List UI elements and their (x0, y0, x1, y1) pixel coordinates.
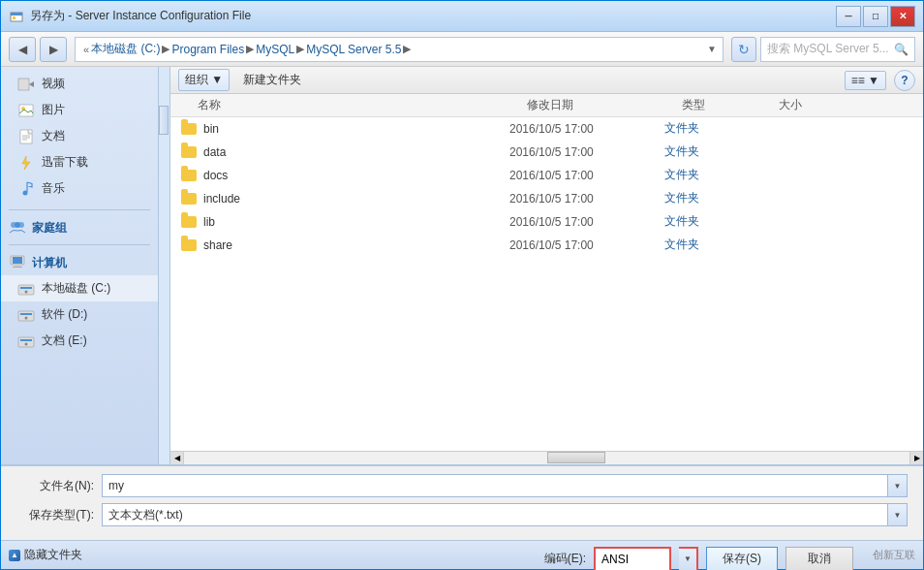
file-name: share (203, 238, 509, 252)
back-button[interactable]: ◀ (9, 37, 36, 62)
title-bar-text: 另存为 - Server Instance Configuration File (30, 8, 836, 24)
svg-marker-11 (22, 156, 30, 170)
sidebar-computer-label: 计算机 (32, 255, 67, 271)
toggle-hidden-button[interactable]: ▲ 隐藏文件夹 (9, 547, 82, 563)
col-header-size[interactable]: 大小 (779, 97, 802, 113)
bottom-area: 文件名(N): my ▼ 保存类型(T): 文本文档(*.txt) ▼ (1, 464, 923, 540)
toggle-hidden-label: 隐藏文件夹 (24, 547, 82, 563)
sidebar-item-music[interactable]: 音乐 (1, 175, 158, 202)
col-header-type[interactable]: 类型 (682, 97, 779, 113)
table-row[interactable]: data 2016/10/5 17:00 文件夹 (170, 141, 923, 164)
title-bar: 另存为 - Server Instance Configuration File… (1, 1, 923, 32)
table-row[interactable]: docs 2016/10/5 17:00 文件夹 (170, 164, 923, 187)
svg-rect-17 (13, 257, 22, 264)
minimize-button[interactable]: ─ (836, 6, 861, 27)
svg-point-12 (23, 190, 28, 195)
filename-label: 文件名(N): (16, 478, 94, 494)
file-list: bin 2016/10/5 17:00 文件夹 data 2016/10/5 1… (170, 117, 923, 451)
h-scroll-left-button[interactable]: ◀ (170, 452, 184, 465)
filetype-row: 保存类型(T): 文本文档(*.txt) ▼ (16, 503, 908, 526)
homegroup-icon (9, 220, 26, 237)
sidebar-drive-c[interactable]: 本地磁盘 (C:) (1, 275, 158, 301)
filetype-dropdown[interactable]: ▼ (888, 503, 908, 526)
sidebar-item-documents[interactable]: 文档 (1, 123, 158, 149)
sidebar-drive-e[interactable]: 文档 (E:) (1, 328, 158, 354)
col-header-date[interactable]: 修改日期 (527, 97, 682, 113)
search-bar[interactable]: 搜索 MySQL Server 5... 🔍 (760, 37, 915, 62)
encoding-select[interactable]: ANSI (594, 547, 671, 571)
folder-icon (180, 191, 198, 206)
svg-rect-19 (13, 267, 22, 268)
sidebar-item-pictures[interactable]: 图片 (1, 97, 158, 123)
file-name: bin (203, 122, 509, 136)
file-type: 文件夹 (664, 190, 761, 206)
col-header-name[interactable]: 名称 (198, 97, 527, 113)
toggle-icon: ▲ (9, 550, 20, 561)
h-scroll-right-button[interactable]: ▶ (909, 452, 923, 465)
search-icon[interactable]: 🔍 (894, 43, 909, 56)
h-scroll-track[interactable] (184, 452, 909, 464)
h-scroll-thumb[interactable] (547, 452, 605, 463)
file-date: 2016/10/5 17:00 (509, 145, 664, 159)
help-button[interactable]: ? (894, 70, 915, 91)
sidebar-item-label-documents: 文档 (42, 128, 65, 144)
file-name: docs (203, 169, 509, 182)
table-row[interactable]: include 2016/10/5 17:00 文件夹 (170, 187, 923, 210)
column-headers: 名称 修改日期 类型 大小 (170, 94, 923, 117)
svg-point-15 (18, 222, 24, 228)
sidebar-item-label-music: 音乐 (42, 180, 65, 197)
new-folder-button[interactable]: 新建文件夹 (237, 70, 307, 90)
sidebar-homegroup-label: 家庭组 (32, 220, 67, 237)
svg-rect-7 (20, 130, 32, 143)
encoding-dropdown-arrow[interactable]: ▼ (679, 547, 698, 571)
file-date: 2016/10/5 17:00 (509, 238, 664, 252)
file-type: 文件夹 (664, 237, 761, 253)
svg-point-28 (25, 342, 28, 345)
refresh-button[interactable]: ↻ (731, 37, 756, 62)
sidebar-computer[interactable]: 计算机 (1, 249, 158, 275)
sidebar-drive-c-label: 本地磁盘 (C:) (42, 280, 110, 297)
filetype-value: 文本文档(*.txt) (108, 507, 183, 523)
organize-button[interactable]: 组织 ▼ (178, 69, 230, 91)
sep2: ▶ (246, 43, 254, 55)
sidebar-sep2 (9, 244, 150, 245)
table-row[interactable]: lib 2016/10/5 17:00 文件夹 (170, 210, 923, 234)
sidebar: 视频 图片 文档 (1, 67, 170, 464)
sidebar-homegroup[interactable]: 家庭组 (1, 214, 158, 240)
sidebar-scrollbar[interactable] (158, 67, 169, 464)
view-button[interactable]: ≡≡ ▼ (845, 71, 886, 90)
sidebar-content: 视频 图片 文档 (1, 67, 158, 464)
horizontal-scrollbar[interactable]: ◀ ▶ (170, 451, 923, 464)
svg-marker-4 (29, 81, 34, 87)
sep3: ▶ (296, 43, 304, 55)
file-type: 文件夹 (664, 120, 761, 137)
filetype-label: 保存类型(T): (16, 507, 94, 523)
table-row[interactable]: share 2016/10/5 17:00 文件夹 (170, 234, 923, 257)
breadcrumb-programfiles: Program Files (171, 43, 244, 56)
sidebar-drive-d[interactable]: 软件 (D:) (1, 301, 158, 328)
folder-icon (180, 238, 198, 253)
svg-rect-1 (11, 13, 22, 16)
folder-icon (180, 214, 198, 230)
sidebar-scroll-thumb[interactable] (159, 106, 169, 135)
svg-rect-3 (18, 79, 29, 90)
file-date: 2016/10/5 17:00 (509, 215, 664, 229)
table-row[interactable]: bin 2016/10/5 17:00 文件夹 (170, 117, 923, 141)
save-button[interactable]: 保存(S) (706, 547, 778, 571)
address-dropdown-arrow[interactable]: ▼ (707, 44, 717, 54)
folder-icon (180, 121, 198, 137)
cancel-button[interactable]: 取消 (785, 547, 853, 571)
drive-c-icon (16, 281, 36, 297)
filename-input[interactable]: my (102, 474, 888, 497)
sidebar-drive-d-label: 软件 (D:) (42, 306, 87, 323)
sidebar-item-thunder[interactable]: 迅雷下载 (1, 149, 158, 175)
file-type: 文件夹 (664, 213, 761, 230)
maximize-button[interactable]: □ (863, 6, 888, 27)
filename-dropdown[interactable]: ▼ (888, 474, 908, 497)
address-bar[interactable]: « 本地磁盘 (C:) ▶ Program Files ▶ MySQL ▶ My… (75, 37, 724, 62)
forward-button[interactable]: ▶ (40, 37, 67, 62)
close-button[interactable]: ✕ (890, 6, 915, 27)
file-type: 文件夹 (664, 167, 761, 183)
filetype-input[interactable]: 文本文档(*.txt) (102, 503, 888, 526)
sidebar-item-videos[interactable]: 视频 (1, 71, 158, 97)
